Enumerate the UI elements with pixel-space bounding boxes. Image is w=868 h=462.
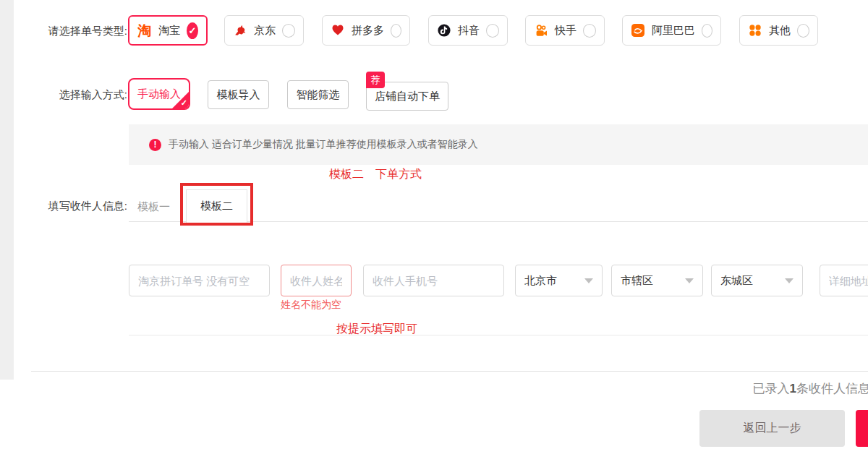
platform-label: 京东 [254,24,276,38]
recorded-count-text: 已录入1条收件人信息 [753,380,868,397]
other-platform-icon [748,23,762,38]
tab-template-two-label: 模板二 [200,200,233,213]
city-value: 市辖区 [621,274,653,288]
tab-template-one[interactable]: 模板一 [137,200,170,214]
taobao-icon: 淘 [137,23,152,38]
platform-option-kuaishou[interactable]: 快手 [525,15,605,46]
footer-divider [31,371,868,372]
count-prefix: 已录入 [753,382,790,395]
count-number: 1 [790,382,796,395]
chevron-down-icon [785,278,793,283]
platform-label: 其他 [769,24,791,38]
order-entry-page: 请选择单号类型: 淘 淘宝 ✓ 京东 拼多多 抖音 快手 [0,0,868,462]
platform-option-other[interactable]: 其他 [739,15,818,46]
tab-template-two[interactable]: 模板二 [186,189,247,223]
back-button-label: 返回上一步 [744,421,801,436]
platform-label: 淘宝 [158,24,180,38]
platform-label: 抖音 [458,24,480,38]
platform-option-taobao[interactable]: 淘 淘宝 ✓ [128,15,208,46]
chevron-down-icon [685,278,694,283]
platform-option-alibaba[interactable]: 阿里巴巴 [622,15,721,46]
radio-unselected[interactable] [486,24,499,38]
count-suffix: 条收件人信息 [796,382,868,395]
radio-unselected[interactable] [702,24,712,38]
recipient-info-label: 填写收件人信息: [0,200,127,213]
kuaishou-icon [534,23,548,38]
radio-unselected[interactable] [583,24,596,38]
next-step-button[interactable] [856,410,868,447]
jd-icon [233,23,247,38]
platform-label: 快手 [555,24,576,38]
province-select[interactable]: 北京市 [515,265,603,296]
recommend-badge: 荐 [366,72,385,88]
form-bottom-divider [129,335,868,335]
radio-unselected[interactable] [282,24,295,38]
shop-auto-label: 店铺自动下单 [375,90,440,103]
notice-text: 手动输入 适合订单少量情况 批量订单推荐使用模板录入或者智能录入 [169,138,478,151]
back-button[interactable]: 返回上一步 [699,410,845,447]
left-gutter [0,0,14,380]
input-method-template-import-button[interactable]: 模板导入 [208,80,269,109]
selected-check-icon: ✓ [187,22,198,39]
platform-option-pinduoduo[interactable]: 拼多多 [322,15,410,46]
corner-check-icon: ✓ [181,98,187,108]
exclamation-icon: ! [149,139,161,151]
radio-unselected[interactable] [797,24,809,38]
order-number-input[interactable] [129,265,270,296]
radio-unselected[interactable] [391,24,401,38]
annotation-fill-hint: 按提示填写即可 [336,322,417,337]
city-select[interactable]: 市辖区 [611,265,703,296]
input-method-label: 选择输入方式: [0,88,127,102]
chevron-down-icon [584,278,593,283]
platform-label: 阿里巴巴 [652,24,695,38]
input-method-manual-button[interactable]: 手动输入 ✓ [128,78,190,110]
input-method-smart-filter-button[interactable]: 智能筛选 [287,80,349,109]
province-value: 北京市 [524,274,557,288]
address-detail-input[interactable] [820,265,868,296]
input-method-shop-auto-button[interactable]: 荐 店铺自动下单 [366,82,448,111]
platform-option-jd[interactable]: 京东 [224,15,304,46]
alibaba-icon [631,23,645,38]
smart-filter-label: 智能筛选 [297,88,340,102]
name-error-text: 姓名不能为空 [281,299,341,312]
notice-bar: ! 手动输入 适合订单少量情况 批量订单推荐使用模板录入或者智能录入 [129,124,868,165]
platform-label: 拼多多 [352,24,384,38]
order-type-label: 请选择单号类型: [0,25,127,38]
douyin-icon [437,23,451,38]
district-select[interactable]: 东城区 [711,265,803,296]
recipient-name-input[interactable] [281,265,352,296]
pinduoduo-icon [331,23,345,38]
template-import-label: 模板导入 [217,88,260,102]
district-value: 东城区 [720,274,753,288]
platform-option-douyin[interactable]: 抖音 [428,15,508,46]
recipient-phone-input[interactable] [363,265,504,296]
annotation-order-method: 模板二 下单方式 [329,167,422,182]
